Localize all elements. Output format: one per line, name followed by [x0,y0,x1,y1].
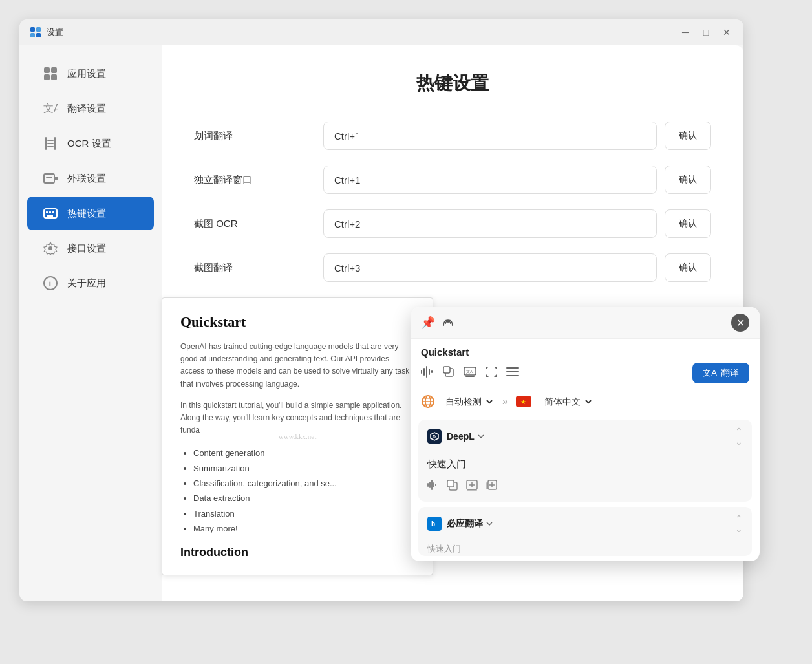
svg-text:文A: 文A [43,103,58,114]
sidebar-item-interface-label: 接口设置 [67,242,106,255]
svg-text:b: b [431,520,435,528]
pin-icon[interactable]: 📌 [421,316,435,330]
window-controls: ─ □ ✕ [679,26,733,39]
translation-popup: 📌 ✕ Quickstart [411,307,760,561]
menu-icon[interactable] [506,367,519,379]
sidebar-item-ocr-settings[interactable]: OCR 设置 [27,127,154,160]
hotkey-input-group-2: 确认 [323,209,711,238]
signal-icon [442,315,454,331]
page-title: 热键设置 [194,71,711,96]
hotkey-confirm-btn-1[interactable]: 确认 [665,166,711,194]
svg-text:文A: 文A [466,369,473,374]
sidebar-item-interface-settings[interactable]: 接口设置 [27,231,154,265]
ocr-settings-icon [43,136,58,151]
popup-source-title: Quickstart [411,339,760,358]
sidebar-item-about-label: 关于应用 [67,277,106,290]
deepl-add-icon-1[interactable] [466,480,478,494]
deepl-add-icon-2[interactable] [486,480,497,494]
list-item-1: Summarization [193,461,414,476]
hotkey-input-group-0: 确认 [323,122,711,150]
bing-icon: b [427,517,442,531]
svg-rect-10 [54,137,56,150]
web-content-intro: Introduction [180,546,414,559]
title-bar: 设置 ─ □ ✕ [19,19,743,45]
svg-rect-30 [431,370,433,373]
svg-rect-28 [426,366,427,378]
svg-rect-4 [44,67,50,73]
svg-rect-36 [506,367,519,369]
popup-toolbar: 文A 文A 翻译 [411,358,760,389]
deepl-section-header[interactable]: D DeepL ⌃⌄ [418,420,752,453]
svg-rect-21 [47,215,53,217]
lang-arrow-icon: » [502,396,508,407]
hotkey-input-2[interactable] [323,209,657,238]
popup-lang-row: 自动检测 英语 中文 » ★ 简体中文 English 日本語 [411,389,760,414]
svg-rect-50 [435,484,436,486]
web-content-title: Quickstart [180,314,414,330]
web-content-p1: OpenAI has trained cutting-edge language… [180,341,414,391]
svg-text:D: D [433,434,436,439]
screen-translate-icon[interactable]: 文A [464,367,476,380]
deepl-collapse-btn[interactable]: ⌃⌄ [735,426,743,447]
window-title: 设置 [47,27,63,38]
hotkey-confirm-btn-0[interactable]: 确认 [665,122,711,150]
svg-rect-56 [467,489,477,491]
maximize-button[interactable]: □ [700,26,712,39]
web-content-p2: In this quickstart tutorial, you'll buil… [180,400,414,437]
hotkey-row-2: 截图 OCR 确认 [194,209,711,238]
hotkey-input-3[interactable] [323,253,657,282]
hotkey-row-3: 截图翻译 确认 [194,253,711,282]
copy-icon[interactable] [443,366,454,380]
interface-settings-icon [43,241,58,256]
target-lang-select[interactable]: 简体中文 English 日本語 [539,394,593,409]
hotkey-label-1: 独立翻译窗口 [194,174,323,186]
translate-btn-label: 翻译 [721,367,739,379]
minimize-button[interactable]: ─ [679,26,692,39]
web-content-list: Content generation Summarization Classif… [180,445,414,536]
deepl-actions [418,476,752,502]
translate-button[interactable]: 文A 翻译 [692,363,749,383]
bing-section: b 必应翻译 ⌃⌄ 快速入门 [418,507,752,556]
close-button[interactable]: ✕ [720,26,733,39]
sidebar-item-external-settings[interactable]: 外联设置 [27,162,154,195]
deepl-dropdown-icon[interactable] [477,433,485,440]
waveform-icon[interactable] [421,366,434,380]
bing-dropdown-icon[interactable] [486,520,493,528]
globe-icon [421,394,435,409]
sidebar-item-hotkey-settings[interactable]: 热键设置 [27,197,154,230]
deepl-audio-icon[interactable] [427,480,439,494]
source-lang-select[interactable]: 自动检测 英语 中文 [440,394,495,409]
svg-rect-12 [47,143,54,144]
expand-icon[interactable] [486,366,497,380]
hotkey-label-3: 截图翻译 [194,262,323,274]
svg-rect-6 [44,74,50,80]
list-item-4: Translation [193,506,414,521]
svg-rect-0 [30,27,35,32]
sidebar-item-about[interactable]: i 关于应用 [27,266,154,300]
hotkey-confirm-btn-2[interactable]: 确认 [665,209,711,238]
svg-point-22 [48,246,52,250]
svg-rect-35 [465,376,475,377]
sidebar-item-app-settings[interactable]: 应用设置 [27,57,154,91]
hotkey-label-2: 截图 OCR [194,218,323,230]
bing-collapse-btn[interactable]: ⌃⌄ [735,513,743,534]
bing-result-preview: 快速入门 [418,541,752,556]
svg-rect-52 [447,480,454,487]
bing-section-header[interactable]: b 必应翻译 ⌃⌄ [418,507,752,541]
sidebar-item-hotkey-label: 热键设置 [67,208,106,220]
hotkey-row-1: 独立翻译窗口 确认 [194,166,711,194]
hotkey-confirm-btn-3[interactable]: 确认 [665,253,711,282]
sidebar-item-translate-settings[interactable]: 文A 翻译设置 [27,92,154,125]
deepl-copy-icon[interactable] [447,480,458,494]
sidebar-item-translate-label: 翻译设置 [67,103,106,115]
app-icon [30,27,41,38]
svg-rect-2 [30,33,35,37]
hotkey-row-0: 划词翻译 确认 [194,122,711,150]
translate-settings-icon: 文A [43,101,58,116]
svg-rect-5 [51,67,57,73]
svg-rect-20 [52,211,54,213]
hotkey-input-1[interactable] [323,166,657,194]
popup-close-button[interactable]: ✕ [731,314,749,332]
hotkey-input-0[interactable] [323,122,657,150]
svg-rect-48 [431,480,433,490]
